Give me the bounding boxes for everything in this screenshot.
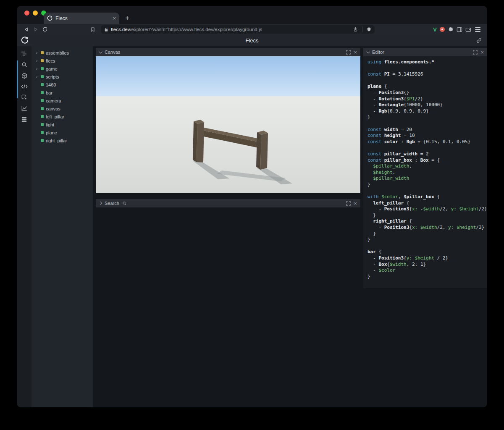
editor-panel-title: Editor [372,50,384,55]
stats-chart-icon[interactable] [21,105,28,112]
chevron-down-icon[interactable] [99,50,102,53]
reload-icon[interactable] [40,25,50,34]
entity-label: scripts [46,74,59,79]
editor-panel-header[interactable]: Editor × [363,48,487,56]
search-panel: Search × [96,199,360,207]
expand-arrow-icon[interactable]: › [35,74,39,79]
tree-item-canvas[interactable]: canvas [32,105,93,113]
url-domain: flecs.dev [111,27,130,32]
close-panel-icon[interactable]: × [354,50,357,55]
tree-item-right_pillar[interactable]: right_pillar [32,136,93,144]
tree-item-scripts[interactable]: ›scripts [32,73,93,81]
entity-label: game [46,66,58,71]
inspector-cursor-icon[interactable] [21,94,28,101]
tab-title: Flecs [55,16,110,21]
extension-red-icon[interactable] [440,27,445,32]
browser-tab[interactable]: Flecs × [44,13,119,24]
entity-label: right_pillar [46,138,67,143]
share-icon[interactable] [353,27,358,32]
canvas-panel-header[interactable]: Canvas × [96,48,360,56]
expand-arrow-icon[interactable]: › [35,50,39,55]
entities-cube-icon[interactable] [21,72,28,79]
tree-item-game[interactable]: ›game [32,65,93,73]
code-line: const height = 10 [368,133,487,139]
tree-view-icon[interactable] [21,50,28,57]
new-tab-button[interactable]: + [123,13,132,23]
close-panel-icon[interactable]: × [354,201,357,206]
code-line: right_pillar { [368,218,487,225]
expand-panel-icon[interactable] [346,201,351,206]
chevron-right-icon[interactable] [99,202,102,205]
entity-color-dot [41,75,44,78]
sidebar-toggle-icon[interactable] [457,27,462,32]
code-line: $height, [368,170,487,176]
scene-ground [96,96,360,193]
right-pillar-side [260,133,268,170]
entity-label: 1460 [46,82,56,87]
entity-color-dot [41,107,44,110]
urlbar-divider [362,26,362,32]
tree-item-assemblies[interactable]: ›assemblies [32,49,93,57]
tree-item-plane[interactable]: plane [32,128,93,136]
url-path: /explorer/?wasm=https://www.flecs.dev/ex… [130,27,262,32]
code-line: const width = 20 [368,127,487,133]
code-line [368,243,487,249]
expand-panel-icon[interactable] [473,50,478,55]
search-panel-header[interactable]: Search × [96,199,360,207]
code-line: bar { [368,249,487,255]
code-line: const color : Rgb = {0.15, 0.1, 0.05} [368,139,487,145]
tree-item-1460[interactable]: 1460 [32,81,93,89]
code-editor-icon[interactable] [21,83,28,90]
canvas-3d-scene[interactable] [96,56,360,193]
tab-close-icon[interactable]: × [113,16,116,21]
bookmark-icon[interactable] [88,25,97,34]
code-line: $pillar_width, [368,163,487,170]
minimize-window-button[interactable] [33,10,38,16]
entity-tree: ›assemblies›flecs›game›scripts1460barcam… [32,46,93,407]
extension-v-icon[interactable]: V [433,26,437,33]
tree-item-left_pillar[interactable]: left_pillar [32,113,93,121]
code-line: - $color [368,267,487,274]
code-line: - Position3{y: $height / 2} [368,255,487,262]
entity-label: left_pillar [46,114,64,119]
entity-label: light [46,122,54,127]
expand-panel-icon[interactable] [346,50,351,55]
queries-list-icon[interactable] [21,116,28,123]
entity-color-dot [41,91,44,94]
tree-item-bar[interactable]: bar [32,89,93,97]
entity-color-dot [41,83,44,86]
address-bar[interactable]: flecs.dev/explorer/?wasm=https://www.fle… [101,25,375,34]
entity-color-dot [41,123,44,126]
menu-icon[interactable] [474,26,481,33]
tree-item-flecs[interactable]: ›flecs [32,57,93,65]
code-line: - Rgb{0.9, 0.9, 0.9} [368,108,487,115]
editor-code[interactable]: using flecs.components.* const PI = 3.14… [363,56,487,288]
close-window-button[interactable] [24,10,29,16]
tree-item-light[interactable]: light [32,121,93,128]
chevron-down-icon[interactable] [366,50,370,53]
page-title: Flecs [17,37,487,44]
entity-label: bar [46,90,52,95]
entity-label: camera [46,98,61,103]
expand-arrow-icon[interactable]: › [35,66,39,71]
code-line [368,188,487,194]
back-icon[interactable] [22,25,31,34]
panel-area: Canvas × [93,46,487,407]
extensions-puzzle-icon[interactable] [448,26,454,32]
entity-label: assemblies [46,50,69,55]
wallet-icon[interactable] [465,27,471,32]
search-panel-title: Search [105,201,119,206]
entity-color-dot [41,139,44,142]
brave-shield-icon[interactable] [367,27,371,32]
screen: Flecs × + flecs.dev/ [0,0,504,430]
forward-icon[interactable] [31,25,40,34]
entity-label: canvas [46,106,60,111]
code-line: - Position3{x: -$width/2, y: $height/2} [368,206,487,212]
tree-item-camera[interactable]: camera [32,97,93,105]
code-line: with $color, $pillar_box { [368,194,487,200]
code-line: - Rotation3{$PI/2} [368,96,487,102]
share-link-icon[interactable] [476,37,482,44]
close-panel-icon[interactable]: × [480,50,484,55]
expand-arrow-icon[interactable]: › [35,58,39,63]
search-tool-icon[interactable] [21,61,28,68]
